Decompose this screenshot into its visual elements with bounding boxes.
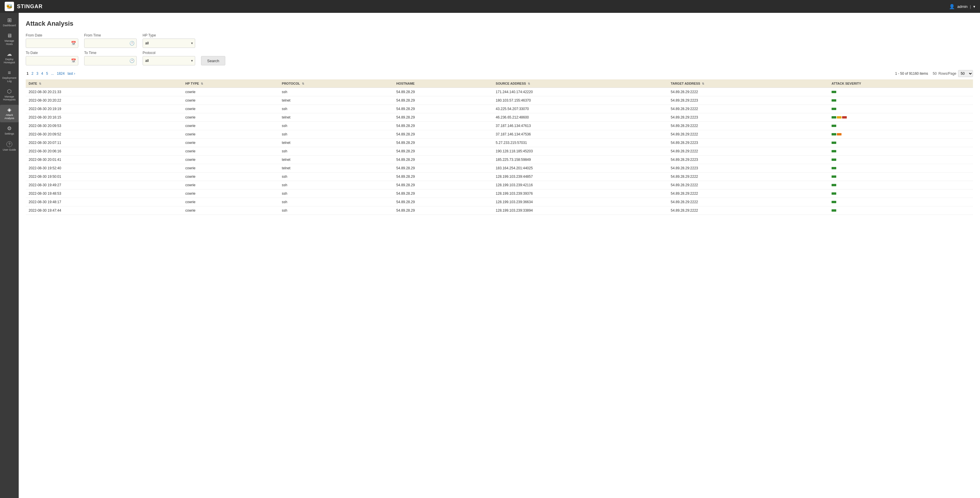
sev-green bbox=[832, 141, 836, 144]
page-5[interactable]: 5 bbox=[45, 71, 49, 76]
cell-target-address: 54.89.28.29:2222 bbox=[668, 105, 829, 113]
cell-hostname: 54.89.28.29 bbox=[393, 88, 493, 96]
protocol-select[interactable]: all ssh telnet http bbox=[143, 56, 195, 65]
username[interactable]: admin bbox=[957, 5, 967, 9]
sidebar-item-deploy-honeypot[interactable]: ☁ Deploy Honeypot bbox=[0, 49, 19, 67]
cell-protocol: ssh bbox=[279, 206, 394, 215]
cell-hp-type: cowrie bbox=[182, 206, 279, 215]
cell-source-address: 5.27.233.215:57031 bbox=[493, 139, 668, 147]
cell-date: 2022-08-30 20:07:11 bbox=[26, 139, 182, 147]
pagination-top: 1 2 3 4 5 ... 1824 last › 1 - 50 of 9116… bbox=[26, 70, 973, 77]
rows-per-page-select[interactable]: 50 100 200 bbox=[958, 70, 973, 77]
sidebar-item-deployment-log[interactable]: ≡ Deployment Log bbox=[0, 68, 19, 85]
table-row[interactable]: 2022-08-30 20:06:16 cowrie ssh 54.89.28.… bbox=[26, 147, 973, 155]
table-row[interactable]: 2022-08-30 20:01:41 cowrie telnet 54.89.… bbox=[26, 155, 973, 164]
to-time-input[interactable] bbox=[84, 56, 137, 65]
cell-hostname: 54.89.28.29 bbox=[393, 206, 493, 215]
cell-date: 2022-08-30 20:21:33 bbox=[26, 88, 182, 96]
from-time-input-wrapper: 🕐 bbox=[84, 38, 137, 48]
table-row[interactable]: 2022-08-30 20:09:52 cowrie ssh 54.89.28.… bbox=[26, 130, 973, 139]
cell-target-address: 54.89.28.29:2223 bbox=[668, 113, 829, 122]
col-date[interactable]: DATE ⇅ bbox=[26, 79, 182, 88]
dropdown-arrow[interactable]: ▾ bbox=[973, 5, 975, 9]
table-row[interactable]: 2022-08-30 20:21:33 cowrie ssh 54.89.28.… bbox=[26, 88, 973, 96]
from-date-group: From Date 📅 bbox=[26, 33, 78, 48]
severity-indicator bbox=[832, 175, 836, 178]
page-2[interactable]: 2 bbox=[31, 71, 35, 76]
cell-date: 2022-08-30 20:20:22 bbox=[26, 96, 182, 105]
cell-severity bbox=[829, 88, 973, 96]
cell-protocol: telnet bbox=[279, 113, 394, 122]
table-row[interactable]: 2022-08-30 19:50:01 cowrie ssh 54.89.28.… bbox=[26, 173, 973, 181]
table-row[interactable]: 2022-08-30 19:49:27 cowrie ssh 54.89.28.… bbox=[26, 181, 973, 189]
col-hp-type[interactable]: HP TYPE ⇅ bbox=[182, 79, 279, 88]
cell-date: 2022-08-30 19:48:17 bbox=[26, 198, 182, 206]
sev-green bbox=[832, 201, 836, 203]
col-protocol[interactable]: PROTOCOL ⇅ bbox=[279, 79, 394, 88]
sev-green bbox=[832, 167, 836, 169]
severity-indicator bbox=[832, 133, 842, 135]
to-date-input[interactable] bbox=[26, 56, 78, 65]
sidebar-item-manage-honeypots[interactable]: ⬡ Manage Honeypots bbox=[0, 86, 19, 104]
page-3[interactable]: 3 bbox=[35, 71, 39, 76]
cell-hostname: 54.89.28.29 bbox=[393, 189, 493, 198]
hp-type-select-wrapper: all cowrie dionaea glastopf ▾ bbox=[143, 38, 195, 48]
table-row[interactable]: 2022-08-30 19:47:44 cowrie ssh 54.89.28.… bbox=[26, 206, 973, 215]
page-title: Attack Analysis bbox=[26, 20, 973, 27]
table-header: DATE ⇅ HP TYPE ⇅ PROTOCOL ⇅ HOSTNAME SOU… bbox=[26, 79, 973, 88]
sidebar-item-attack-analysis[interactable]: ◈ Attack Analysis bbox=[0, 105, 19, 122]
cell-hp-type: cowrie bbox=[182, 139, 279, 147]
col-target-address[interactable]: TARGET ADDRESS ⇅ bbox=[668, 79, 829, 88]
cell-target-address: 54.89.28.29:2222 bbox=[668, 88, 829, 96]
cell-severity bbox=[829, 173, 973, 181]
hp-type-group: HP Type all cowrie dionaea glastopf ▾ bbox=[143, 33, 195, 48]
severity-indicator bbox=[832, 150, 836, 152]
cell-hp-type: cowrie bbox=[182, 105, 279, 113]
table-row[interactable]: 2022-08-30 20:09:53 cowrie ssh 54.89.28.… bbox=[26, 122, 973, 130]
table-row[interactable]: 2022-08-30 19:52:40 cowrie telnet 54.89.… bbox=[26, 164, 973, 173]
table-row[interactable]: 2022-08-30 20:16:15 cowrie telnet 54.89.… bbox=[26, 113, 973, 122]
from-time-input[interactable] bbox=[84, 38, 137, 48]
cell-target-address: 54.89.28.29:2222 bbox=[668, 189, 829, 198]
cell-date: 2022-08-30 19:50:01 bbox=[26, 173, 182, 181]
filter-row-1: From Date 📅 From Time 🕐 HP Typ bbox=[26, 33, 973, 48]
cell-protocol: ssh bbox=[279, 122, 394, 130]
sev-green bbox=[832, 175, 836, 178]
table-row[interactable]: 2022-08-30 20:07:11 cowrie telnet 54.89.… bbox=[26, 139, 973, 147]
sev-green bbox=[832, 192, 836, 195]
sidebar: ⊞ Dashboard 🖥 Manage Hosts ☁ Deploy Hone… bbox=[0, 13, 19, 498]
cell-hostname: 54.89.28.29 bbox=[393, 173, 493, 181]
page-1824[interactable]: 1824 bbox=[56, 71, 65, 76]
search-button[interactable]: Search bbox=[201, 56, 225, 65]
sidebar-item-user-guide[interactable]: ? User Guide bbox=[0, 139, 19, 154]
cell-protocol: ssh bbox=[279, 88, 394, 96]
table-row[interactable]: 2022-08-30 19:48:17 cowrie ssh 54.89.28.… bbox=[26, 198, 973, 206]
page-4[interactable]: 4 bbox=[40, 71, 44, 76]
page-last[interactable]: last › bbox=[67, 71, 76, 76]
sidebar-item-dashboard[interactable]: ⊞ Dashboard bbox=[0, 15, 19, 30]
table-row[interactable]: 2022-08-30 19:48:53 cowrie ssh 54.89.28.… bbox=[26, 189, 973, 198]
page-1[interactable]: 1 bbox=[26, 71, 30, 76]
from-date-input[interactable] bbox=[26, 38, 78, 48]
cell-severity bbox=[829, 130, 973, 139]
logo-icon: 🐝 bbox=[5, 2, 14, 11]
col-source-address[interactable]: SOURCE ADDRESS ⇅ bbox=[493, 79, 668, 88]
table-row[interactable]: 2022-08-30 20:20:22 cowrie telnet 54.89.… bbox=[26, 96, 973, 105]
cell-hostname: 54.89.28.29 bbox=[393, 105, 493, 113]
table-row[interactable]: 2022-08-30 20:19:19 cowrie ssh 54.89.28.… bbox=[26, 105, 973, 113]
hp-type-select[interactable]: all cowrie dionaea glastopf bbox=[143, 38, 195, 48]
col-attack-severity: ATTACK SEVERITY bbox=[829, 79, 973, 88]
sidebar-item-manage-hosts[interactable]: 🖥 Manage Hosts bbox=[0, 31, 19, 48]
cell-hp-type: cowrie bbox=[182, 198, 279, 206]
top-nav: 🐝 STINGAR 👤 admin | ▾ bbox=[0, 0, 980, 13]
pagination-right-area: 1 - 50 of 91160 items 50 Rows/Page 50 10… bbox=[895, 70, 973, 77]
total-items-text: 1 - 50 of 91160 items bbox=[895, 71, 928, 76]
sev-green bbox=[832, 99, 836, 102]
cell-hp-type: cowrie bbox=[182, 147, 279, 155]
cell-target-address: 54.89.28.29:2223 bbox=[668, 155, 829, 164]
cell-date: 2022-08-30 20:09:52 bbox=[26, 130, 182, 139]
cell-protocol: ssh bbox=[279, 147, 394, 155]
cell-source-address: 128.199.103.239:39376 bbox=[493, 189, 668, 198]
sidebar-item-settings[interactable]: ⚙ Settings bbox=[0, 124, 19, 138]
cell-source-address: 128.199.103.239:36634 bbox=[493, 198, 668, 206]
